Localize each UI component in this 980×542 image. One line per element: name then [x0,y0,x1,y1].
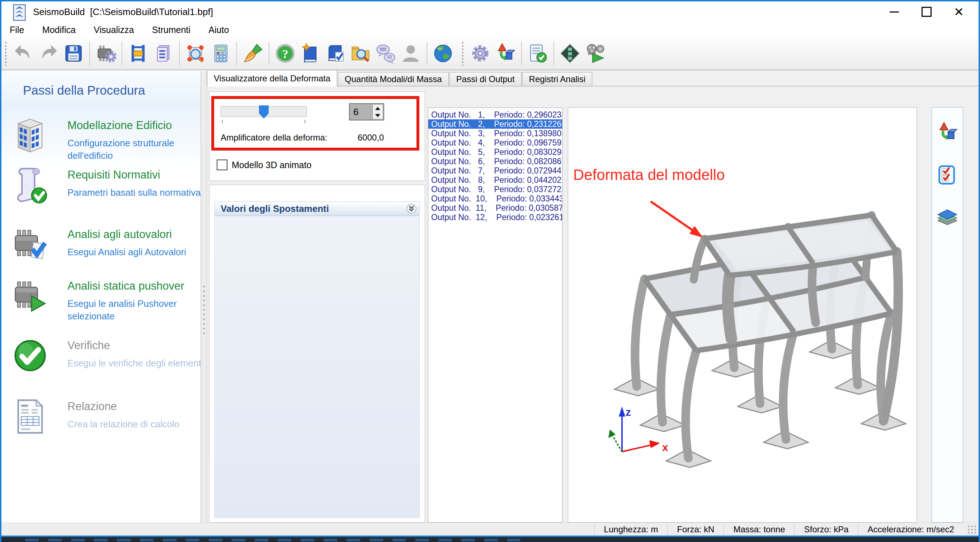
help-icon: ? [275,43,296,64]
deformed-shape-viewer-button[interactable] [493,40,518,67]
axis-x-label: x [662,441,668,453]
output-list-item[interactable]: Output No. 7, Periodo: 0,0729447 [428,166,562,175]
toolbar-separator [521,41,522,65]
resize-grip[interactable] [967,525,977,534]
user-account-button[interactable] [398,40,423,67]
step-subtitle: Crea la relazione di calcolo [67,418,204,431]
close-button[interactable]: ✕ [945,2,973,22]
save-icon [63,43,84,64]
amplifier-slider[interactable] [221,106,307,117]
search-button[interactable] [348,40,373,67]
sidebar-item-verifiche[interactable]: Verifiche Esegui le verifiche degli elem… [2,339,199,389]
output-list-item[interactable]: Output No. 3, Periodo: 0,1389805 [428,129,562,138]
menu-file[interactable]: File [2,22,32,37]
minimize-button[interactable] [880,2,908,22]
checks-button[interactable] [525,40,550,67]
checkbox-icon [217,160,228,170]
spinner-down-button[interactable] [373,112,383,119]
spinner-up-button[interactable] [373,105,383,112]
window-border-left [0,0,2,542]
deformed-shape-button[interactable] [937,122,958,143]
toolbar-separator [179,41,180,65]
step-subtitle: Esegui le verifiche degli elementi [67,357,204,369]
model-3d-viewport[interactable]: z x Deformata del modello [568,107,917,523]
tabbar: Visualizzatore della Deformata Quantità … [207,70,978,86]
sidebar-item-autovalori[interactable]: Analisi agli autovalori Esegui Analisi a… [2,228,199,278]
menu-aiuto[interactable]: Aiuto [200,22,237,37]
multimedia-button[interactable] [557,40,582,67]
step-title: Relazione [67,400,117,413]
website-button[interactable] [430,40,455,67]
procedure-sidebar: Passi della Procedura Modellazione Edifi… [2,71,201,523]
collapse-chevron-icon[interactable] [406,203,417,214]
redo-icon [38,43,59,64]
run-processor-button[interactable] [93,40,118,67]
settings-button[interactable] [468,40,493,67]
step-subtitle: Configurazione strutturale dell'edificio [67,137,204,162]
tab-registri-analisi[interactable]: Registri Analisi [522,72,592,86]
sidebar-item-relazione[interactable]: Relazione Crea la relazione di calcolo [2,400,199,450]
taskbar-strip [0,536,980,542]
forum-button[interactable] [373,40,398,67]
tab-quantita-modali[interactable]: Quantità Modali/di Massa [338,72,449,86]
user-manual-button[interactable] [323,40,348,67]
sidebar-splitter[interactable] [201,71,207,523]
displacements-title: Valori degli Spostamenti [221,202,329,216]
amplifier-slider-thumb[interactable] [259,105,269,119]
toolbar-grip[interactable] [4,41,7,66]
toolbar-separator [236,41,237,65]
up-arrow-icon [375,107,380,110]
maximize-button[interactable] [913,2,940,22]
output-list[interactable]: Output No. 1, Periodo: 0,2960238Output N… [428,108,562,523]
sidebar-title: Passi della Procedura [23,83,145,98]
output-list-item[interactable]: Output No. 11, Periodo: 0,0305874 [428,203,562,212]
whats-new-button[interactable] [298,40,323,67]
output-list-item[interactable]: Output No. 2, Periodo: 0,2312266 [428,119,562,129]
undo-button[interactable] [11,40,36,67]
output-list-item[interactable]: Output No. 10, Periodo: 0,0334438 [428,194,562,203]
amplifier-spinner[interactable]: 6 [349,103,384,120]
sidebar-item-modellazione[interactable]: Modellazione Edificio Configurazione str… [2,119,199,169]
animated-model-checkbox[interactable]: Modello 3D animato [217,159,311,171]
annotation: Deformata del modello [573,166,725,238]
video-player-button[interactable] [582,40,608,67]
layers-button[interactable] [937,206,958,228]
settings-gear-icon [470,43,491,64]
frame-view-button[interactable] [126,40,151,67]
titlebar[interactable]: SeismoBuild [C:\SeismoBuild\Tutorial1.bp… [2,2,978,22]
toolbar-separator [426,41,427,65]
model-viewer-icon [185,43,206,64]
statusbar: Lunghezza: m Forza: kN Massa: tonne Sfor… [2,523,978,536]
calculator-button[interactable] [208,40,233,67]
sidebar-item-pushover[interactable]: Analisi statica pushover Esegui le anali… [2,280,199,330]
menu-modifica[interactable]: Modifica [34,22,84,37]
frame-icon [128,43,148,64]
output-list-item[interactable]: Output No. 8, Periodo: 0,0442027 [428,175,562,185]
menu-strumenti[interactable]: Strumenti [144,22,199,37]
output-list-item[interactable]: Output No. 9, Periodo: 0,0372723 [428,185,562,194]
displacements-header[interactable]: Valori degli Spostamenti [215,201,420,216]
output-list-item[interactable]: Output No. 4, Periodo: 0,0967595 [428,138,562,147]
folder-search-icon [350,43,371,64]
app-logo-icon [11,4,27,21]
menu-visualizza[interactable]: Visualizza [85,22,142,37]
save-button[interactable] [61,40,86,67]
tab-passi-di-output[interactable]: Passi di Output [449,72,522,86]
sidebar-item-requisiti[interactable]: Requisiti Normativi Parametri basati sul… [2,168,199,219]
display-options-button[interactable] [240,40,266,67]
annotation-red-box: 6 Amplificatore della deforma: 6000,0 [211,96,419,151]
output-list-item[interactable]: Output No. 5, Periodo: 0,0830298 [428,147,562,157]
tab-visualizzatore-deformata[interactable]: Visualizzatore della Deformata [207,70,337,86]
window-border-top [0,0,980,2]
toolbar-grip[interactable] [461,41,464,66]
model-viewer-button[interactable] [183,40,208,67]
minimize-icon [889,11,899,13]
output-list-item[interactable]: Output No. 1, Periodo: 0,2960238 [428,110,562,119]
help-button[interactable]: ? [273,40,298,67]
report-button[interactable] [151,40,176,67]
redo-button[interactable] [36,40,61,67]
output-list-item[interactable]: Output No. 6, Periodo: 0,0820867 [428,157,562,166]
active-verifications-button[interactable] [937,164,958,186]
output-list-item[interactable]: Output No. 12, Periodo: 0,0232614 [428,212,562,222]
deformed-shape-icon [495,43,516,64]
